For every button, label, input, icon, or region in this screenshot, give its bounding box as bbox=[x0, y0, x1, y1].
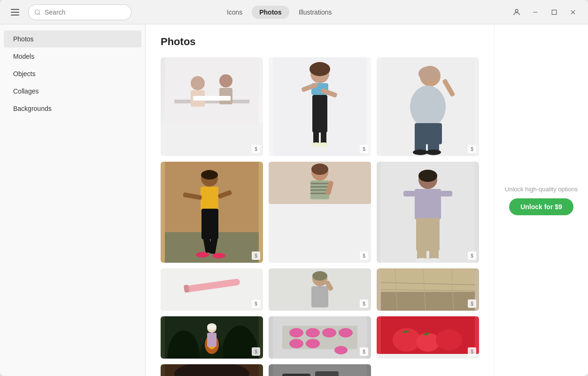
svg-point-94 bbox=[306, 328, 320, 337]
svg-point-98 bbox=[306, 339, 320, 348]
svg-point-89 bbox=[207, 323, 217, 330]
svg-point-0 bbox=[35, 9, 39, 14]
tab-icons[interactable]: Icons bbox=[219, 6, 250, 19]
user-icon[interactable] bbox=[509, 5, 524, 20]
svg-rect-62 bbox=[416, 218, 440, 251]
svg-point-108 bbox=[174, 364, 249, 376]
photo-item-12[interactable]: $ bbox=[377, 316, 479, 359]
svg-point-34 bbox=[426, 149, 441, 155]
photo-item-4[interactable]: $ bbox=[161, 162, 263, 263]
search-bar[interactable] bbox=[28, 4, 132, 20]
svg-point-58 bbox=[418, 170, 437, 182]
svg-rect-67 bbox=[165, 268, 259, 311]
svg-point-24 bbox=[319, 142, 328, 147]
svg-rect-61 bbox=[440, 191, 452, 196]
svg-line-1 bbox=[39, 13, 40, 15]
photo-badge-9: $ bbox=[468, 299, 476, 308]
sidebar-item-models[interactable]: Models bbox=[4, 48, 141, 65]
svg-rect-63 bbox=[417, 246, 426, 259]
window-controls bbox=[509, 5, 580, 20]
svg-point-16 bbox=[309, 62, 330, 76]
photo-badge-4: $ bbox=[252, 251, 260, 260]
sidebar: Photos Models Objects Collages Backgroun… bbox=[0, 24, 146, 376]
svg-rect-90 bbox=[207, 333, 217, 347]
svg-rect-7 bbox=[165, 57, 259, 123]
svg-rect-73 bbox=[311, 286, 328, 307]
photo-badge-11: $ bbox=[360, 347, 368, 356]
svg-rect-110 bbox=[282, 374, 310, 376]
svg-rect-22 bbox=[321, 130, 326, 144]
right-panel: Unlock high-quality options Unlock for $… bbox=[494, 24, 588, 376]
photo-badge-2: $ bbox=[360, 145, 368, 153]
content-area: Photos bbox=[146, 24, 494, 376]
photo-item-13[interactable]: $ bbox=[161, 364, 263, 376]
photo-badge-8: $ bbox=[360, 299, 368, 308]
photo-badge-1: $ bbox=[252, 145, 260, 153]
svg-rect-64 bbox=[429, 246, 439, 259]
svg-rect-4 bbox=[552, 10, 556, 14]
svg-rect-21 bbox=[313, 130, 319, 144]
svg-point-72 bbox=[312, 271, 327, 281]
photo-item-8[interactable]: $ bbox=[269, 268, 371, 311]
unlock-text: Unlock high-quality options bbox=[505, 186, 578, 193]
photo-item-2[interactable]: $ bbox=[269, 57, 371, 156]
photo-item-6[interactable]: $ bbox=[377, 162, 479, 263]
minimize-button[interactable] bbox=[528, 5, 543, 20]
svg-point-66 bbox=[427, 258, 441, 263]
menu-button[interactable] bbox=[8, 5, 23, 20]
svg-rect-60 bbox=[403, 191, 416, 196]
sidebar-item-objects[interactable]: Objects bbox=[4, 65, 141, 82]
photo-item-9[interactable]: $ bbox=[377, 268, 479, 311]
svg-point-99 bbox=[334, 346, 348, 354]
svg-rect-51 bbox=[310, 183, 329, 184]
photo-item-7[interactable]: $ bbox=[161, 268, 263, 311]
search-input[interactable] bbox=[45, 8, 125, 16]
close-button[interactable] bbox=[565, 5, 580, 20]
svg-point-103 bbox=[436, 329, 462, 350]
page-title: Photos bbox=[161, 36, 479, 48]
photo-badge-12: $ bbox=[468, 347, 476, 356]
titlebar: Icons Photos Illustrations bbox=[0, 0, 588, 24]
svg-point-93 bbox=[289, 328, 303, 337]
maximize-button[interactable] bbox=[547, 5, 562, 20]
photo-item-14[interactable]: $ bbox=[269, 364, 371, 376]
photo-item-11[interactable]: $ bbox=[269, 316, 371, 359]
svg-point-45 bbox=[196, 252, 209, 258]
photo-item-1[interactable]: $ bbox=[161, 57, 263, 156]
sidebar-item-backgrounds[interactable]: Backgrounds bbox=[4, 100, 141, 117]
svg-rect-39 bbox=[201, 187, 218, 210]
tab-illustrations[interactable]: Illustrations bbox=[291, 6, 340, 19]
photo-badge-5: $ bbox=[360, 251, 368, 260]
photo-badge-6: $ bbox=[468, 251, 476, 260]
svg-point-46 bbox=[212, 253, 225, 258]
search-icon bbox=[34, 9, 41, 16]
svg-point-38 bbox=[201, 170, 218, 180]
photo-item-5[interactable]: $ bbox=[269, 162, 371, 263]
svg-point-2 bbox=[515, 9, 518, 12]
svg-rect-13 bbox=[193, 96, 231, 101]
photo-badge-7: $ bbox=[252, 299, 260, 308]
photo-item-10[interactable]: $ bbox=[161, 316, 263, 359]
svg-point-97 bbox=[289, 339, 303, 348]
svg-rect-52 bbox=[310, 186, 329, 188]
unlock-button[interactable]: Unlock for $9 bbox=[509, 198, 573, 215]
svg-point-95 bbox=[322, 328, 336, 337]
svg-point-27 bbox=[418, 66, 440, 81]
sidebar-item-collages[interactable]: Collages bbox=[4, 83, 141, 100]
svg-point-29 bbox=[410, 86, 446, 128]
photo-badge-10: $ bbox=[252, 347, 260, 356]
tab-photos[interactable]: Photos bbox=[252, 6, 289, 19]
photo-badge-3: $ bbox=[468, 145, 476, 153]
svg-rect-76 bbox=[381, 292, 475, 311]
svg-point-96 bbox=[339, 328, 353, 337]
app-window: Icons Photos Illustrations Photos bbox=[0, 0, 588, 376]
main-content: Photos Models Objects Collages Backgroun… bbox=[0, 24, 588, 376]
svg-point-33 bbox=[413, 149, 428, 155]
photo-grid: $ bbox=[161, 57, 479, 376]
svg-point-49 bbox=[311, 164, 328, 175]
svg-rect-20 bbox=[312, 95, 327, 133]
nav-tabs: Icons Photos Illustrations bbox=[219, 6, 340, 19]
sidebar-item-photos[interactable]: Photos bbox=[4, 31, 141, 47]
photo-item-3[interactable]: $ bbox=[377, 57, 479, 156]
svg-point-9 bbox=[191, 76, 205, 90]
